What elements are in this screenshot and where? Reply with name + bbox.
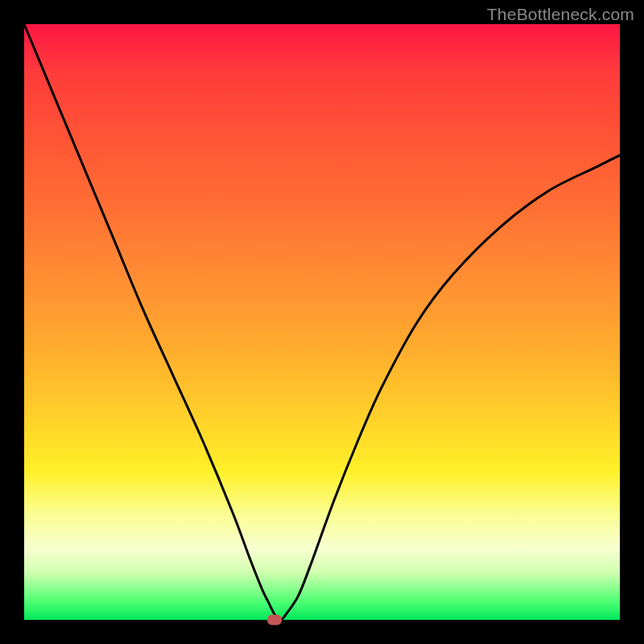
curve-svg bbox=[24, 24, 620, 620]
plot-area bbox=[24, 24, 620, 620]
watermark-text: TheBottleneck.com bbox=[487, 5, 634, 24]
chart-frame: TheBottleneck.com bbox=[0, 0, 644, 644]
minimum-marker bbox=[267, 615, 282, 625]
bottleneck-curve bbox=[24, 24, 620, 620]
